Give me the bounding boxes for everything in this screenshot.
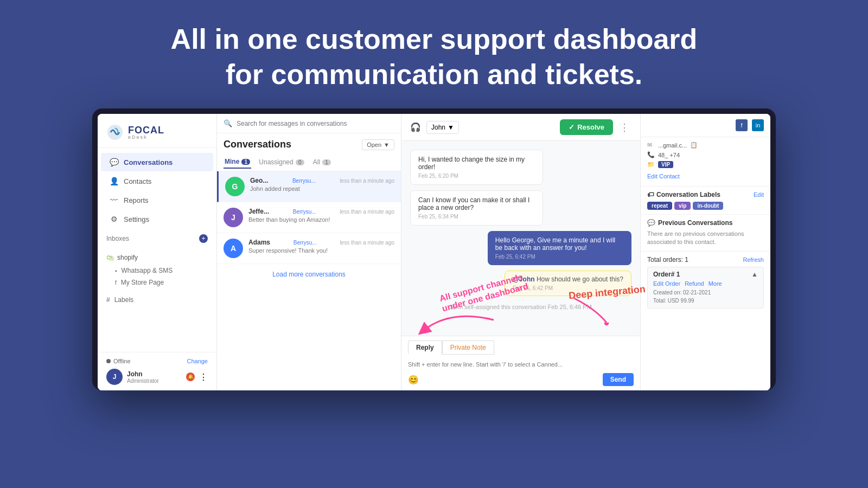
logo-area: FOCAL eDesk bbox=[98, 114, 216, 148]
logo-icon bbox=[106, 124, 124, 141]
refund-link[interactable]: Refund bbox=[685, 280, 704, 287]
facebook-icon: f bbox=[736, 119, 748, 131]
system-msg: John self-assigned this conversation Feb… bbox=[410, 301, 631, 312]
sidebar-item-whatsapp[interactable]: ▪ Whatsapp & SMS bbox=[98, 265, 216, 277]
tab-mine-label: Mine bbox=[225, 158, 239, 165]
load-more-button[interactable]: Load more conversations bbox=[217, 264, 401, 285]
tab-all-count: 1 bbox=[322, 159, 331, 165]
linkedin-icon: in bbox=[752, 119, 764, 131]
tab-all[interactable]: All 1 bbox=[312, 156, 332, 169]
avatar-geo: G bbox=[225, 177, 245, 196]
copy-icon: 📋 bbox=[690, 142, 698, 149]
agent-chevron-icon: ▼ bbox=[448, 124, 454, 131]
conversations-label: Conversations bbox=[124, 158, 173, 166]
msg-2-text: Can I know if you can make it or shall I… bbox=[418, 196, 535, 211]
open-label: Open bbox=[367, 142, 381, 148]
conv-item-adams[interactable]: A Adams Berrysu... less than a minute ag… bbox=[217, 233, 401, 264]
msg-4-text: @John How should we go about this? bbox=[513, 275, 623, 283]
avatar-adams: A bbox=[224, 239, 243, 258]
change-status-link[interactable]: Change bbox=[187, 358, 208, 364]
sidebar-item-reports[interactable]: 〰 Reports bbox=[101, 191, 213, 209]
conv-preview-geo: John added repeat bbox=[250, 185, 394, 192]
msg-1-time: Feb 25, 6:20 PM bbox=[418, 173, 535, 179]
search-bar: 🔍 bbox=[217, 114, 401, 133]
sidebar-item-conversations[interactable]: 💬 Conversations bbox=[101, 153, 213, 171]
edit-contact-link[interactable]: Edit Contact bbox=[647, 171, 764, 182]
user-name: John bbox=[127, 370, 159, 378]
user-role: Administrator bbox=[127, 378, 159, 384]
settings-label: Settings bbox=[124, 215, 149, 223]
app-shell: FOCAL eDesk 💬 Conversations 👤 Contacts 〰… bbox=[98, 114, 770, 390]
conv-labels-title: 🏷 Conversation Labels bbox=[647, 191, 720, 198]
tab-unassigned-count: 0 bbox=[296, 159, 304, 165]
hero-line2: for communication and tickets. bbox=[226, 59, 643, 90]
mention-john: @John bbox=[513, 275, 534, 283]
system-msg-time: Feb 25, 6:46 PM bbox=[548, 304, 592, 310]
tab-private-note[interactable]: Private Note bbox=[442, 341, 494, 355]
whatsapp-label: Whatsapp & SMS bbox=[122, 267, 173, 274]
tab-mine[interactable]: Mine 1 bbox=[224, 156, 251, 169]
reply-input[interactable] bbox=[408, 358, 634, 371]
user-info: J John Administrator bbox=[106, 369, 159, 385]
open-filter[interactable]: Open ▼ bbox=[362, 139, 394, 150]
shopify-section: 🛍 shopify ▪ Whatsapp & SMS f My Store Pa… bbox=[98, 248, 216, 291]
refresh-link[interactable]: Refresh bbox=[743, 256, 764, 263]
settings-icon: ⚙ bbox=[110, 215, 118, 223]
offline-row: Offline Change bbox=[106, 358, 208, 364]
resolve-button[interactable]: ✓ Resolve bbox=[560, 119, 613, 135]
chat-area: 🎧 John ▼ ✓ Resolve ⋮ Hi, I wanted to bbox=[401, 114, 640, 390]
email-icon: ✉ bbox=[647, 142, 655, 149]
user-menu-icon[interactable]: ⋮ bbox=[199, 372, 208, 382]
emoji-icon[interactable]: 😊 bbox=[408, 375, 419, 385]
edit-order-link[interactable]: Edit Order bbox=[653, 280, 680, 287]
agent-select[interactable]: John ▼ bbox=[426, 121, 459, 134]
mystore-label: My Store Page bbox=[121, 279, 164, 286]
chevron-down-icon: ▼ bbox=[384, 142, 390, 148]
tab-mine-count: 1 bbox=[241, 159, 250, 165]
send-button[interactable]: Send bbox=[603, 373, 634, 386]
contact-email-row: ✉ ...gmail.c... 📋 bbox=[647, 142, 764, 149]
labels-label: Labels bbox=[114, 296, 133, 304]
chat-header: 🎧 John ▼ ✓ Resolve ⋮ bbox=[401, 114, 640, 141]
whatsapp-dot: ▪ bbox=[115, 268, 117, 274]
avatar-jeffe: J bbox=[224, 208, 243, 227]
tab-reply[interactable]: Reply bbox=[408, 341, 442, 355]
right-panel-top: f in bbox=[641, 114, 770, 137]
msg-3: Hello George, Give me a minute and I wil… bbox=[488, 231, 631, 265]
conv-header: Conversations Open ▼ bbox=[217, 133, 401, 153]
chat-messages: Hi, I wanted to change the size in my or… bbox=[401, 141, 640, 336]
sidebar-item-contacts[interactable]: 👤 Contacts bbox=[101, 172, 213, 190]
sidebar-item-settings[interactable]: ⚙ Settings bbox=[101, 210, 213, 228]
shopify-icon: 🛍 bbox=[106, 253, 114, 262]
prev-conv-title: 💬 Previous Conversations bbox=[647, 219, 732, 227]
order-total: Total: USD 99.99 bbox=[653, 297, 758, 305]
order-item: Order# 1 ▲ Edit Order Refund More Create… bbox=[647, 267, 764, 309]
edit-labels-link[interactable]: Edit bbox=[754, 191, 764, 198]
user-row: J John Administrator 🔔 ⋮ bbox=[106, 369, 208, 385]
logo-edesk: eDesk bbox=[128, 135, 164, 140]
sidebar-item-mystore[interactable]: f My Store Page bbox=[98, 277, 216, 288]
label-repeat: repeat bbox=[647, 202, 672, 210]
check-icon: ✓ bbox=[569, 123, 575, 131]
conversations-icon: 💬 bbox=[110, 158, 118, 166]
sidebar: FOCAL eDesk 💬 Conversations 👤 Contacts 〰… bbox=[98, 114, 217, 390]
conv-time-geo: less than a minute ago bbox=[340, 178, 394, 184]
notification-badge[interactable]: 🔔 bbox=[186, 373, 195, 381]
inboxes-header[interactable]: Inboxes + bbox=[98, 231, 216, 246]
msg-4-body: How should we go about this? bbox=[537, 275, 623, 283]
offline-status: Offline bbox=[106, 358, 131, 364]
labels-header: # Labels bbox=[98, 293, 216, 307]
conv-item-geo[interactable]: G Geo... Berrysu... less than a minute a… bbox=[217, 171, 401, 202]
more-options-icon[interactable]: ⋮ bbox=[617, 121, 631, 133]
order-expand-icon[interactable]: ▲ bbox=[751, 271, 758, 278]
order-number: Order# 1 bbox=[653, 271, 680, 278]
add-inbox-button[interactable]: + bbox=[199, 234, 208, 243]
search-input[interactable] bbox=[237, 120, 394, 127]
conv-item-jeffe[interactable]: J Jeffe... Berrysu... less than a minute… bbox=[217, 202, 401, 233]
search-icon: 🔍 bbox=[224, 119, 232, 127]
tab-unassigned[interactable]: Unassigned 0 bbox=[258, 156, 305, 169]
more-link[interactable]: More bbox=[709, 280, 722, 287]
conv-list: G Geo... Berrysu... less than a minute a… bbox=[217, 171, 401, 390]
inboxes-section: Inboxes + bbox=[98, 229, 216, 248]
label-in-doubt: in-doubt bbox=[693, 202, 723, 210]
